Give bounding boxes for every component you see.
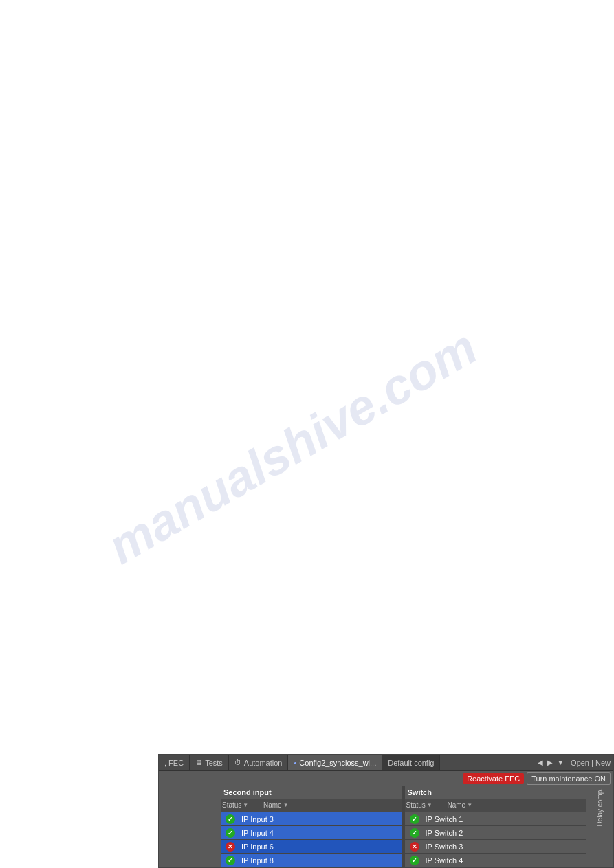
switch-row-4[interactable]: ✓ IP Switch 4	[405, 854, 586, 867]
second-input-row-2-name: IP Input 4	[240, 829, 402, 837]
status-ok-icon: ✓	[226, 814, 235, 824]
tab-config2-dot: •	[294, 759, 296, 767]
status-filter-icon[interactable]: ▼	[243, 802, 248, 808]
status-ok-icon-3: ✓	[226, 856, 235, 865]
watermark-text: manualshive.com	[98, 318, 486, 575]
second-input-name-header: Name ▼	[263, 801, 401, 809]
second-input-panel: Second input Status ▼ Name ▼ ✓ IP Input …	[221, 786, 402, 867]
maintenance-button[interactable]: Turn maintenance ON	[527, 772, 611, 785]
switch-status-ok-2: ✓	[410, 828, 419, 838]
second-input-rows: ✓ IP Input 3 ✓ IP Input 4 ✕ IP Input	[221, 812, 402, 867]
second-input-row-1[interactable]: ✓ IP Input 3	[221, 812, 402, 826]
second-input-row-3-status: ✕	[221, 842, 240, 852]
tab-tests-label: Tests	[205, 759, 223, 767]
status-err-icon: ✕	[226, 842, 235, 852]
switch-status-err-3: ✕	[410, 842, 419, 852]
second-input-row-1-name: IP Input 3	[240, 815, 402, 823]
switch-row-2[interactable]: ✓ IP Switch 2	[405, 826, 586, 840]
switch-status-header: Status ▼	[406, 801, 448, 809]
second-input-header: Second input	[221, 786, 402, 799]
switch-col-headers: Status ▼ Name ▼	[405, 799, 586, 812]
status-ok-icon-2: ✓	[226, 828, 235, 838]
switch-row-3-name: IP Switch 3	[424, 843, 586, 851]
second-input-row-2-status: ✓	[221, 828, 240, 838]
nav-prev-icon[interactable]: ◀	[536, 759, 545, 766]
second-input-row-4[interactable]: ✓ IP Input 8	[221, 854, 402, 867]
second-input-row-2[interactable]: ✓ IP Input 4	[221, 826, 402, 840]
nav-dropdown-icon[interactable]: ▼	[556, 759, 565, 766]
second-input-row-4-name: IP Input 8	[240, 856, 402, 865]
content-area: Second input Status ▼ Name ▼ ✓ IP Input …	[159, 786, 613, 867]
switch-row-3-status: ✕	[405, 842, 424, 852]
second-input-status-header: Status ▼	[222, 801, 263, 809]
tab-automation[interactable]: ⏱ Automation	[229, 755, 289, 770]
tab-fec[interactable]: , FEC	[159, 755, 190, 770]
tab-tests[interactable]: 🖥 Tests	[190, 755, 229, 770]
tab-default-config[interactable]: Default config	[382, 755, 440, 770]
name-filter-icon[interactable]: ▼	[283, 802, 289, 808]
action-bar: Reactivate FEC Turn maintenance ON	[159, 771, 613, 786]
nav-next-icon[interactable]: ▶	[546, 759, 554, 766]
ui-panel: , FEC 🖥 Tests ⏱ Automation • Config2_syn…	[158, 754, 614, 868]
switch-row-3[interactable]: ✕ IP Switch 3	[405, 840, 586, 854]
second-input-row-1-status: ✓	[221, 814, 240, 824]
switch-row-4-status: ✓	[405, 856, 424, 865]
reactivate-fec-button[interactable]: Reactivate FEC	[463, 773, 524, 784]
delay-comp-label: Delay comp.	[596, 788, 604, 827]
second-input-col-headers: Status ▼ Name ▼	[221, 799, 402, 812]
switch-status-ok-4: ✓	[410, 856, 419, 865]
switch-panel: Switch Status ▼ Name ▼ ✓ IP Switch 1	[405, 786, 586, 867]
nav-buttons: ◀ ▶ ▼	[534, 755, 568, 770]
switch-name-filter-icon[interactable]: ▼	[467, 802, 472, 808]
switch-row-1[interactable]: ✓ IP Switch 1	[405, 812, 586, 826]
tab-fec-label: , FEC	[164, 759, 184, 767]
tab-config2-label: Config2_syncloss_wi...	[299, 759, 376, 767]
delay-comp-col: Delay comp.	[586, 786, 613, 867]
switch-row-1-status: ✓	[405, 814, 424, 824]
switch-status-ok-1: ✓	[410, 814, 419, 824]
open-new-label[interactable]: Open | New	[568, 759, 613, 767]
switch-status-filter-icon[interactable]: ▼	[427, 802, 432, 808]
watermark: manualshive.com	[69, 241, 516, 653]
switch-row-4-name: IP Switch 4	[424, 856, 586, 865]
second-input-row-4-status: ✓	[221, 856, 240, 865]
switch-row-1-name: IP Switch 1	[424, 815, 586, 823]
switch-header: Switch	[405, 786, 586, 799]
left-placeholder	[159, 786, 221, 867]
automation-icon: ⏱	[234, 759, 241, 766]
tab-default-config-label: Default config	[388, 759, 434, 767]
switch-name-header: Name ▼	[448, 801, 585, 809]
tab-config2[interactable]: • Config2_syncloss_wi...	[288, 755, 382, 770]
second-input-row-3-name: IP Input 6	[240, 843, 402, 851]
switch-row-2-status: ✓	[405, 828, 424, 838]
switch-row-2-name: IP Switch 2	[424, 829, 586, 837]
tests-icon: 🖥	[195, 759, 202, 766]
tab-bar: , FEC 🖥 Tests ⏱ Automation • Config2_syn…	[159, 755, 613, 771]
switch-rows: ✓ IP Switch 1 ✓ IP Switch 2 ✕ IP Swit	[405, 812, 586, 867]
second-input-row-3[interactable]: ✕ IP Input 6	[221, 840, 402, 854]
tab-automation-label: Automation	[244, 759, 283, 767]
